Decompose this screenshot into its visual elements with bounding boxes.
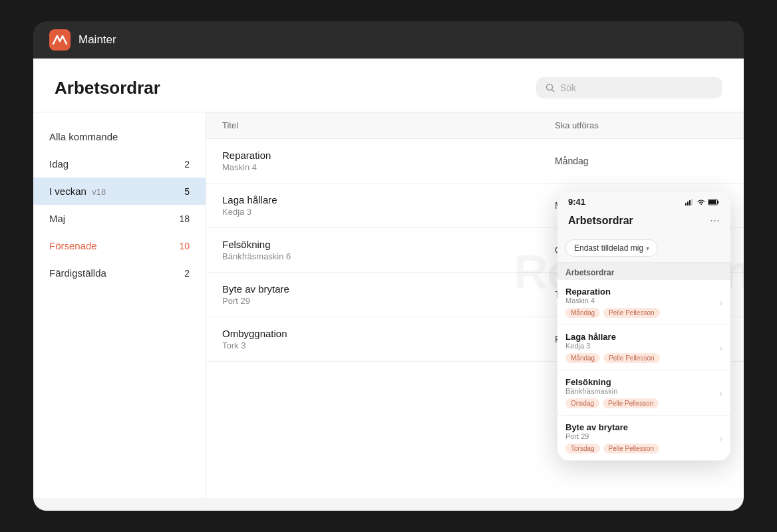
mobile-tag: Pelle Pellesson (603, 398, 659, 408)
mobile-item-subtitle: Maskin 4 (565, 297, 715, 305)
row-subtitle: Kedja 3 (222, 207, 555, 217)
row-subtitle: Tork 3 (222, 340, 555, 350)
row-title: Felsökning (222, 239, 555, 250)
sidebar-item-idag[interactable]: Idag 2 (33, 150, 206, 178)
header-ska-utforas: Ska utföras (555, 120, 688, 130)
svg-rect-6 (691, 199, 693, 205)
filter-button[interactable]: Endast tilldelad mig ▾ (565, 239, 658, 257)
app-title: Mainter (78, 33, 116, 47)
page-header: Arbetsordrar (33, 59, 744, 112)
table-header: Titel Ska utföras (206, 112, 744, 139)
mobile-tag: Pelle Pellesson (603, 308, 659, 318)
svg-rect-3 (685, 203, 687, 205)
sidebar-item-count: 10 (179, 241, 190, 251)
sidebar-item-forsenade[interactable]: Försenade 10 (33, 232, 206, 259)
mobile-item-subtitle: Bänkfräsmaskin (565, 387, 715, 395)
chevron-right-icon: › (719, 388, 722, 398)
svg-rect-8 (709, 200, 716, 204)
sidebar-item-fardigstallda[interactable]: Färdigställda 2 (33, 259, 206, 287)
sidebar: Alla kommande Idag 2 I veckan v18 5 Maj … (33, 112, 206, 498)
row-title: Byte av brytare (222, 283, 555, 295)
chevron-right-icon: › (719, 297, 722, 308)
sidebar-item-count: 18 (179, 213, 190, 224)
mobile-tag: Torsdag (565, 444, 600, 454)
table-row[interactable]: Reparation Maskin 4 Måndag (206, 139, 744, 184)
page-title: Arbetsordrar (55, 78, 160, 98)
mobile-item-title: Laga hållare (565, 332, 715, 342)
svg-rect-5 (689, 200, 691, 205)
row-info: Laga hållare Kedja 3 (222, 194, 555, 217)
mobile-header: Arbetsordrar ··· (557, 209, 730, 234)
chevron-down-icon: ▾ (646, 245, 649, 252)
mobile-tag: Onsdag (565, 398, 599, 408)
topbar: Mainter (33, 21, 744, 59)
row-subtitle: Port 29 (222, 296, 555, 306)
mobile-tag: Pelle Pellesson (603, 353, 659, 363)
row-title: Reparation (222, 150, 555, 161)
row-title: Laga hållare (222, 194, 555, 205)
mobile-item-subtitle: Port 29 (565, 432, 715, 440)
mobile-item-title: Byte av brytare (565, 422, 715, 432)
mobile-section-header: Arbetsordrar (557, 263, 730, 280)
sidebar-item-maj[interactable]: Maj 18 (33, 205, 206, 232)
mobile-status-icons (685, 199, 720, 205)
battery-icon (708, 199, 720, 205)
mobile-list-item[interactable]: Reparation Maskin 4 Måndag Pelle Pelless… (557, 280, 730, 325)
mobile-list-item[interactable]: Felsökning Bänkfräsmaskin Onsdag Pelle P… (557, 370, 730, 416)
sidebar-item-label: Alla kommande (49, 131, 118, 142)
search-input[interactable] (560, 82, 713, 93)
wifi-icon (697, 199, 705, 205)
sidebar-item-label: Försenade (49, 240, 97, 251)
row-info: Ombyggnation Tork 3 (222, 328, 555, 350)
mobile-list-item[interactable]: Laga hållare Kedja 3 Måndag Pelle Pelles… (557, 325, 730, 370)
mobile-tags: Onsdag Pelle Pellesson (565, 398, 715, 408)
search-bar[interactable] (536, 77, 722, 98)
mobile-overlay: 9:41 (557, 192, 730, 461)
row-subtitle: Maskin 4 (222, 162, 555, 172)
mobile-item-content: Byte av brytare Port 29 Torsdag Pelle Pe… (565, 422, 715, 454)
mobile-tag: Måndag (565, 353, 600, 363)
svg-rect-4 (687, 201, 689, 205)
filter-label: Endast tilldelad mig (574, 243, 643, 253)
mobile-tag: Pelle Pellesson (603, 444, 659, 454)
svg-line-2 (552, 90, 555, 92)
mobile-item-title: Reparation (565, 287, 715, 297)
row-day: Måndag (555, 156, 688, 166)
week-badge: v18 (92, 187, 106, 197)
signal-icon (685, 199, 695, 205)
mobile-header-title: Arbetsordrar (568, 215, 633, 227)
mobile-tags: Måndag Pelle Pellesson (565, 353, 715, 363)
app-logo (49, 29, 71, 51)
sidebar-item-count: 5 (184, 186, 190, 197)
sidebar-item-iveckan[interactable]: I veckan v18 5 (33, 178, 206, 205)
mobile-tag: Måndag (565, 308, 600, 318)
mobile-tags: Torsdag Pelle Pellesson (565, 444, 715, 454)
mobile-tags: Måndag Pelle Pellesson (565, 308, 715, 318)
mobile-time: 9:41 (568, 197, 585, 207)
row-info: Felsökning Bänkfräsmaskin 6 (222, 239, 555, 261)
mobile-item-content: Felsökning Bänkfräsmaskin Onsdag Pelle P… (565, 377, 715, 408)
sidebar-item-count: 2 (184, 268, 190, 279)
mobile-item-content: Reparation Maskin 4 Måndag Pelle Pelless… (565, 287, 715, 318)
chevron-right-icon: › (719, 342, 722, 353)
sidebar-item-label: Maj (49, 213, 65, 224)
mobile-item-subtitle: Kedja 3 (565, 342, 715, 350)
sidebar-item-alla[interactable]: Alla kommande (33, 123, 206, 150)
row-subtitle: Bänkfräsmaskin 6 (222, 251, 555, 261)
header-titel: Titel (222, 120, 555, 130)
mobile-status-bar: 9:41 (557, 192, 730, 209)
sidebar-item-label: Färdigställda (49, 267, 106, 279)
sidebar-item-label: I veckan v18 (49, 186, 106, 197)
row-title: Ombyggnation (222, 328, 555, 339)
app-container: Mainter Arbetsordrar Alla kommande (33, 21, 744, 511)
main-area: Arbetsordrar Alla kommande Idag 2 (33, 59, 744, 511)
mobile-list-item[interactable]: Byte av brytare Port 29 Torsdag Pelle Pe… (557, 416, 730, 461)
row-info: Reparation Maskin 4 (222, 150, 555, 172)
sidebar-item-count: 2 (184, 159, 190, 170)
chevron-right-icon: › (719, 433, 722, 444)
mobile-item-title: Felsökning (565, 377, 715, 387)
mobile-item-content: Laga hållare Kedja 3 Måndag Pelle Pelles… (565, 332, 715, 363)
more-icon[interactable]: ··· (710, 213, 720, 227)
search-icon (545, 83, 555, 92)
mobile-filter-bar: Endast tilldelad mig ▾ (557, 234, 730, 263)
